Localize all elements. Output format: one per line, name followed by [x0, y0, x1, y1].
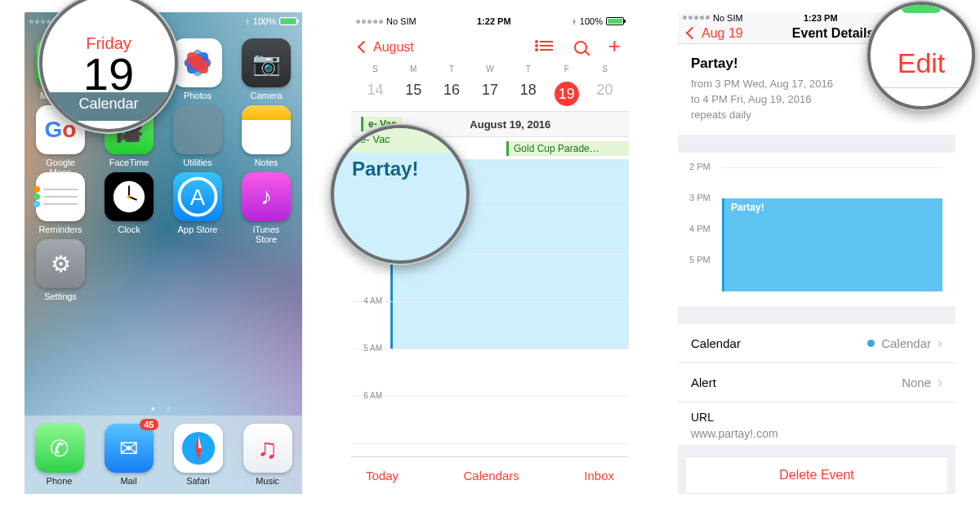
date-14[interactable]: 14 — [356, 77, 394, 111]
app-clock[interactable]: Clock — [105, 172, 154, 239]
add-event-icon[interactable]: + — [608, 41, 621, 54]
carrier-label: No SIM — [386, 16, 416, 26]
date-20[interactable]: 20 — [586, 77, 624, 111]
date-15[interactable]: 15 — [394, 77, 433, 111]
delete-event-button[interactable]: Delete Event — [686, 456, 947, 494]
callout-edit: Edit — [867, 2, 975, 109]
mail-icon: ✉45 — [105, 424, 154, 473]
chevron-left-icon — [359, 40, 370, 55]
app-settings[interactable]: ⚙Settings — [36, 239, 85, 306]
date-16[interactable]: 16 — [433, 77, 471, 111]
phone-icon: ✆ — [35, 424, 84, 473]
chevron-left-icon — [688, 26, 698, 41]
svg-text:A: A — [190, 185, 206, 210]
battery-fragment — [901, 5, 942, 13]
appstore-icon: A — [173, 172, 222, 221]
list-view-icon[interactable] — [540, 41, 553, 54]
battery-icon — [279, 17, 297, 25]
row-alert[interactable]: Alert None› — [678, 363, 956, 402]
app-itunes[interactable]: ♪iTunes Store — [242, 172, 291, 239]
battery-pct: 100% — [580, 16, 603, 26]
clock-icon — [105, 172, 154, 221]
app-photos[interactable]: Photos — [173, 38, 222, 105]
itunes-icon: ♪ — [242, 172, 291, 221]
gear-icon: ⚙ — [36, 239, 85, 288]
battery-pct: 100% — [253, 16, 276, 26]
folder-icon — [173, 105, 222, 154]
calendars-button[interactable]: Calendars — [463, 469, 519, 483]
mini-event-block[interactable]: Partay! — [722, 198, 942, 291]
app-reminders[interactable]: Reminders — [36, 172, 85, 239]
calendar-toolbar: Today Calendars Inbox — [351, 456, 629, 494]
today-button[interactable]: Today — [366, 469, 399, 483]
photos-icon — [173, 38, 222, 87]
notes-icon — [242, 105, 291, 154]
app-utilities-folder[interactable]: Utilities — [173, 105, 222, 172]
bluetooth-icon: ᚼ — [245, 17, 250, 26]
camera-icon: 📷 — [242, 38, 291, 87]
svg-point-11 — [127, 195, 131, 198]
callout-event: e- Vac Partay! — [331, 125, 470, 264]
search-icon[interactable] — [574, 41, 587, 54]
row-calendar[interactable]: Calendar Calendar› — [678, 324, 956, 363]
signal-dots-icon — [683, 16, 710, 20]
date-18[interactable]: 18 — [509, 77, 547, 111]
chevron-right-icon: › — [938, 374, 942, 391]
dock-music[interactable]: ♫Music — [243, 424, 292, 486]
status-time: 1:23 PM — [804, 13, 838, 23]
carrier-label: No SIM — [713, 13, 743, 23]
mini-day-view[interactable]: 2 PM 3 PM 4 PM 5 PM Partay! — [678, 153, 956, 306]
calendar-color-dot — [867, 340, 875, 347]
event-settings-list: Calendar Calendar› Alert None› — [678, 324, 956, 402]
date-19-selected[interactable]: 19 — [547, 77, 586, 111]
app-notes[interactable]: Notes — [242, 105, 291, 172]
dock-safari[interactable]: Safari — [174, 424, 223, 486]
music-icon: ♫ — [243, 424, 292, 473]
calendar-navbar: August + — [351, 30, 629, 64]
callout-calendar-app: Friday 19 Calendar — [39, 0, 178, 132]
reminders-icon — [36, 172, 85, 221]
mail-badge: 45 — [140, 419, 158, 430]
back-button[interactable]: Aug 19 — [688, 26, 743, 41]
status-time: 1:22 PM — [477, 16, 511, 26]
chevron-right-icon: › — [938, 335, 942, 352]
weekday-row: S M T W T F S 14 15 16 17 18 19 20 — [351, 64, 629, 111]
allday-event[interactable]: Gold Cup Parade… — [506, 141, 629, 156]
battery-icon — [606, 17, 624, 25]
inbox-button[interactable]: Inbox — [584, 469, 614, 483]
app-appstore[interactable]: A App Store — [173, 172, 222, 239]
back-month-button[interactable]: August — [359, 40, 414, 55]
signal-dots-icon — [356, 20, 383, 24]
dock: ✆Phone ✉45Mail Safari ♫Music — [24, 416, 302, 494]
dock-phone[interactable]: ✆Phone — [35, 424, 84, 486]
status-bar: No SIM 1:22 PM ᚼ 100% — [351, 12, 629, 30]
bluetooth-icon: ᚼ — [572, 17, 577, 26]
app-camera[interactable]: 📷Camera — [242, 38, 291, 105]
safari-icon — [174, 424, 223, 473]
row-url[interactable]: URL www.partay!.com — [678, 402, 956, 445]
page-title: Event Details — [792, 26, 874, 41]
dock-mail[interactable]: ✉45Mail — [105, 424, 154, 486]
page-indicator[interactable]: ● ○ — [24, 405, 302, 412]
date-17[interactable]: 17 — [471, 77, 510, 111]
